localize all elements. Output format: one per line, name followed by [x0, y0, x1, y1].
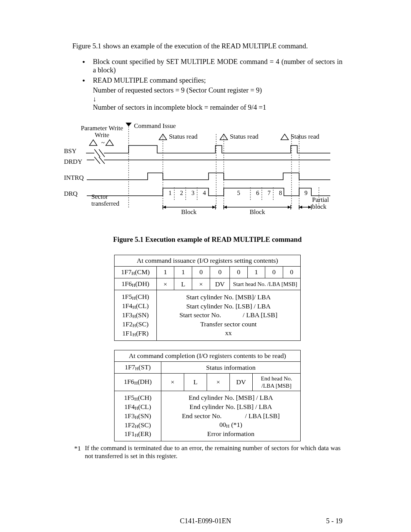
sector-5: 5 — [237, 190, 240, 196]
sector-3: 3 — [191, 190, 194, 196]
label-drq: DRQ — [64, 190, 78, 197]
footnote: *1 If the command is terminated due to a… — [74, 444, 341, 460]
doc-id: C141-E099-01EN — [0, 517, 411, 526]
t2-row-dh: 1F6H(DH) × L × DV End head No. /LBA [MSB… — [115, 374, 301, 391]
sector-8: 8 — [279, 190, 282, 196]
t1-row-cm: 1F7H(CM) 1 1 0 0 0 1 0 0 — [115, 266, 301, 278]
t1-title: At command issuance (I/O registers setti… — [115, 255, 301, 266]
svg-line-21 — [99, 149, 105, 157]
label-command-issue: Command Issue — [134, 123, 176, 129]
register-table-completion: At command completion (I/O registers con… — [114, 350, 301, 442]
down-arrow: ↓ — [93, 95, 342, 104]
bullet-1-text: Block count specified by SET MULTIPLE MO… — [93, 58, 342, 74]
svg-marker-25 — [163, 206, 166, 209]
bullet-2: READ MULTIPLE command specifies; — [80, 76, 342, 85]
label-bsy: BSY — [64, 147, 76, 155]
label-partial: Partial — [312, 196, 329, 203]
figure-caption: Figure 5.1 Execution example of READ MUL… — [72, 235, 342, 244]
t1-lower-labels: 1F5H(CH) 1F4H(CL) 1F3H(SN) 1F2H(SC) 1F1H… — [115, 290, 157, 340]
t1-row-dh: 1F6H(DH) × L × DV Start head No. /LBA [M… — [115, 278, 301, 290]
label-parameter: Parameter Write — [81, 125, 123, 132]
svg-marker-13 — [89, 140, 97, 145]
bullet-2-text: READ MULTIPLE command specifies; — [93, 77, 206, 84]
svg-marker-35 — [299, 206, 302, 209]
label-drdy: DRDY — [64, 158, 82, 165]
svg-marker-30 — [224, 206, 227, 209]
label-status-read-1: Status read — [169, 133, 198, 140]
footnote-mark: *1 — [74, 444, 85, 460]
sub-line-2: Number of sectors in incomplete block = … — [93, 103, 342, 112]
t2-row-st: 1F7H(ST) Status information — [115, 362, 301, 374]
svg-text:~: ~ — [101, 139, 105, 146]
t2-title: At command completion (I/O registers con… — [115, 350, 301, 361]
bullet-1: Block count specified by SET MULTIPLE MO… — [80, 58, 342, 75]
timing-svg: .st { stroke:#000; stroke-width:1.6; fil… — [64, 123, 346, 222]
register-table-issuance: At command issuance (I/O registers setti… — [114, 255, 301, 341]
label-intrq: INTRQ — [64, 174, 84, 181]
svg-marker-36 — [308, 206, 311, 209]
t2-lower-labels: 1F5H(CH) 1F4H(CL) 1F3H(SN) 1F2H(SC) 1F1H… — [115, 391, 161, 441]
timing-diagram: .st { stroke:#000; stroke-width:1.6; fil… — [64, 123, 342, 222]
label-status-read-2: Status read — [230, 133, 259, 140]
sector-9: 9 — [304, 190, 307, 196]
sector-7: 7 — [268, 190, 271, 196]
label-block-partial: block — [312, 203, 327, 210]
label-block-1: Block — [181, 208, 197, 216]
label-status-read-3: Status read — [291, 133, 320, 140]
t2-dh-label: 1F6H(DH) — [115, 374, 161, 391]
t2-st-label: 1F7H(ST) — [115, 362, 161, 374]
intro-text: Figure 5.1 shows an example of the execu… — [72, 42, 342, 51]
svg-line-23 — [99, 157, 105, 164]
label-write: Write — [95, 131, 109, 139]
svg-marker-26 — [212, 206, 215, 209]
t2-lower-values: End cylinder No. [MSB] / LBA End cylinde… — [161, 391, 301, 441]
bullet-list: Block count specified by SET MULTIPLE MO… — [80, 58, 342, 85]
svg-marker-19 — [281, 134, 288, 140]
t1-row-lower: 1F5H(CH) 1F4H(CL) 1F3H(SN) 1F2H(SC) 1F1H… — [115, 290, 301, 340]
t1-dh-label: 1F6H(DH) — [115, 278, 157, 290]
svg-line-20 — [94, 149, 100, 157]
label-sector: Sector — [91, 193, 108, 200]
svg-marker-31 — [288, 206, 291, 209]
t1-cm-label: 1F7H(CM) — [115, 266, 157, 278]
sector-4: 4 — [203, 190, 206, 196]
label-transferred: transferred — [91, 200, 119, 207]
sector-1: 1 — [169, 190, 172, 196]
page-number: 5 - 19 — [326, 517, 342, 526]
svg-line-22 — [94, 157, 100, 164]
svg-marker-16 — [126, 123, 132, 126]
t2-row-lower: 1F5H(CH) 1F4H(CL) 1F3H(SN) 1F2H(SC) 1F1H… — [115, 391, 301, 441]
sector-2: 2 — [180, 190, 183, 196]
sector-6: 6 — [256, 190, 259, 196]
footnote-text: If the command is terminated due to an e… — [85, 444, 341, 460]
t1-lower-values: Start cylinder No. [MSB]/ LBA Start cyli… — [156, 290, 300, 340]
svg-marker-15 — [106, 140, 113, 145]
sub-line-1: Number of requested sectors = 9 (Sector … — [93, 86, 342, 95]
label-block-2: Block — [250, 208, 265, 216]
